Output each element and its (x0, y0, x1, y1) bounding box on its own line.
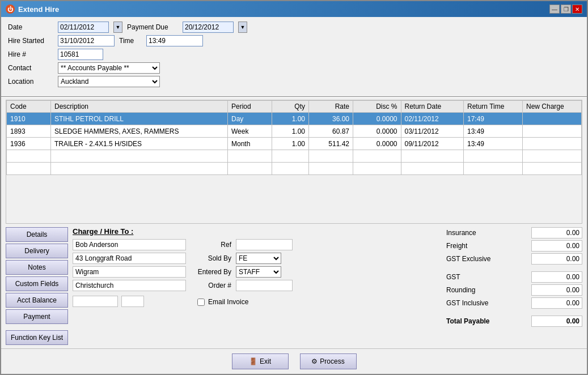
email-invoice-label: Email Invoice (208, 298, 248, 306)
process-button[interactable]: ⚙ Process (300, 353, 357, 369)
totals-spacer-2 (446, 310, 582, 314)
location-row: Location Auckland (8, 76, 580, 87)
table-cell (7, 163, 51, 175)
table-cell (309, 163, 353, 175)
minimize-button[interactable]: — (549, 5, 560, 14)
table-row[interactable]: 1910STIHL PETROL DRILLDay1.0036.000.0000… (7, 113, 582, 125)
process-label: Process (320, 357, 344, 365)
table-cell (7, 150, 51, 163)
entered-by-select[interactable]: STAFF (236, 266, 281, 278)
table-cell: Month (228, 138, 272, 150)
table-row[interactable]: 1893SLEDGE HAMMERS, AXES, RAMMERSWeek1.0… (7, 125, 582, 138)
notes-button[interactable]: Notes (6, 260, 68, 275)
time-label: Time (119, 37, 142, 45)
table-row[interactable]: 1936TRAILER - 2.4X1.5 H/SIDESMonth1.0051… (7, 138, 582, 150)
gst-inclusive-row: GST Inclusive (446, 297, 582, 309)
hire-num-label: Hire # (8, 50, 53, 58)
table-cell (523, 163, 582, 175)
table-cell (353, 163, 401, 175)
time-input[interactable] (146, 35, 203, 46)
table-row[interactable] (7, 150, 582, 163)
location-select[interactable]: Auckland (58, 76, 160, 87)
table-cell (523, 113, 582, 125)
table-cell: TRAILER - 2.4X1.5 H/SIDES (51, 138, 228, 150)
freight-row: Freight (446, 240, 582, 252)
hire-num-input[interactable] (58, 49, 103, 60)
hire-started-row: Hire Started Time (8, 35, 580, 46)
insurance-input[interactable] (531, 227, 582, 238)
col-description: Description (51, 101, 228, 113)
close-button[interactable]: ✕ (572, 5, 582, 14)
table-scroll[interactable]: Code Description Period Qty Rate Disc % … (6, 100, 582, 223)
table-cell: 13:49 (464, 138, 523, 150)
charge-line3[interactable] (73, 266, 186, 278)
rounding-input[interactable] (531, 284, 582, 296)
table-cell: Day (228, 113, 272, 125)
items-table: Code Description Period Qty Rate Disc % … (6, 100, 582, 175)
table-cell (523, 138, 582, 150)
table-cell: 0.0000 (353, 138, 401, 150)
function-key-list-button[interactable]: Function Key List (6, 330, 68, 345)
table-cell (228, 163, 272, 175)
col-new-charge: New Charge (523, 101, 582, 113)
gst-inclusive-label: GST Inclusive (446, 299, 503, 307)
acct-balance-button[interactable]: Acct Balance (6, 293, 68, 308)
table-cell: 17:49 (464, 113, 523, 125)
gst-exclusive-label: GST Exclusive (446, 255, 503, 263)
table-cell: 0.0000 (353, 125, 401, 138)
contact-row: Contact ** Accounts Payable ** (8, 62, 580, 74)
order-input[interactable] (236, 280, 293, 291)
payment-due-input[interactable] (183, 22, 234, 33)
charge-country[interactable] (121, 296, 144, 307)
col-return-time: Return Time (464, 101, 523, 113)
table-cell: Week (228, 125, 272, 138)
process-icon: ⚙ (311, 357, 318, 365)
contact-select[interactable]: ** Accounts Payable ** (58, 62, 160, 74)
details-button[interactable]: Details (6, 227, 68, 242)
charge-line1[interactable] (73, 239, 186, 250)
gst-exclusive-input[interactable] (531, 253, 582, 265)
total-payable-input[interactable] (531, 316, 582, 327)
custom-fields-button[interactable]: Custom Fields (6, 276, 68, 291)
email-invoice-checkbox[interactable] (197, 299, 205, 306)
hire-started-input[interactable] (58, 35, 115, 46)
charge-ref-section: Ref Sold By FE Entered By ST (197, 239, 293, 307)
table-row[interactable] (7, 163, 582, 175)
exit-button[interactable]: 🚪 Exit (232, 353, 289, 369)
table-cell (523, 150, 582, 163)
gst-inclusive-input[interactable] (531, 297, 582, 309)
sold-by-label: Sold By (197, 254, 231, 262)
payment-due-picker-button[interactable]: ▼ (238, 22, 247, 33)
total-payable-label: Total Payable (446, 317, 503, 325)
table-cell (309, 150, 353, 163)
gst-input[interactable] (531, 271, 582, 283)
table-cell: 13:49 (464, 125, 523, 138)
table-cell: STIHL PETROL DRILL (51, 113, 228, 125)
gst-exclusive-row: GST Exclusive (446, 253, 582, 265)
charge-line4[interactable] (73, 280, 186, 291)
exit-icon: 🚪 (249, 357, 257, 365)
sold-by-select[interactable]: FE (236, 253, 281, 264)
charge-content: Ref Sold By FE Entered By ST (73, 239, 442, 307)
restore-button[interactable]: ❐ (561, 5, 571, 14)
charge-zip[interactable] (73, 296, 118, 307)
date-picker-button[interactable]: ▼ (113, 22, 122, 33)
title-bar: ⏻ Extend Hire — ❐ ✕ (1, 1, 587, 17)
table-cell: 60.87 (309, 125, 353, 138)
table-cell: 09/11/2012 (401, 138, 464, 150)
table-body: 1910STIHL PETROL DRILLDay1.0036.000.0000… (7, 113, 582, 175)
order-label: Order # (197, 282, 231, 289)
col-qty: Qty (272, 101, 309, 113)
charge-line2[interactable] (73, 253, 186, 264)
divider-1 (1, 96, 587, 97)
date-input[interactable] (58, 22, 109, 33)
exit-label: Exit (260, 357, 271, 365)
content-area: Date ▼ Payment Due ▼ Hire Started Time H… (1, 17, 587, 374)
order-row: Order # (197, 280, 293, 291)
ref-input[interactable] (236, 239, 293, 250)
payment-button[interactable]: Payment (6, 309, 68, 324)
freight-input[interactable] (531, 240, 582, 252)
col-return-date: Return Date (401, 101, 464, 113)
totals-spacer-1 (446, 266, 582, 270)
delivery-button[interactable]: Delivery (6, 244, 68, 258)
